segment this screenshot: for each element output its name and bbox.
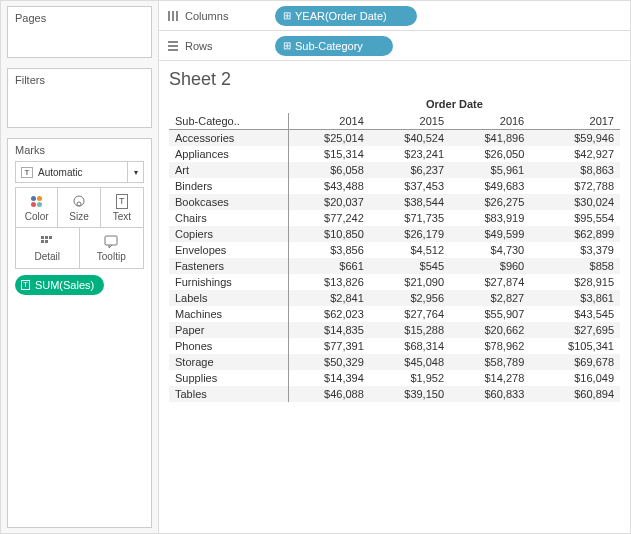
pages-shelf[interactable]: Pages bbox=[7, 6, 152, 58]
data-cell[interactable]: $4,512 bbox=[370, 242, 450, 258]
color-button[interactable]: Color bbox=[16, 188, 58, 228]
data-cell[interactable]: $55,907 bbox=[450, 306, 530, 322]
row-header[interactable]: Furnishings bbox=[169, 274, 289, 290]
data-cell[interactable]: $20,662 bbox=[450, 322, 530, 338]
data-cell[interactable]: $41,896 bbox=[450, 130, 530, 147]
data-cell[interactable]: $10,850 bbox=[289, 226, 370, 242]
row-header[interactable]: Paper bbox=[169, 322, 289, 338]
row-header[interactable]: Tables bbox=[169, 386, 289, 402]
data-cell[interactable]: $105,341 bbox=[530, 338, 620, 354]
data-cell[interactable]: $62,023 bbox=[289, 306, 370, 322]
data-cell[interactable]: $13,826 bbox=[289, 274, 370, 290]
data-cell[interactable]: $26,050 bbox=[450, 146, 530, 162]
data-cell[interactable]: $15,288 bbox=[370, 322, 450, 338]
data-cell[interactable]: $6,058 bbox=[289, 162, 370, 178]
data-cell[interactable]: $2,956 bbox=[370, 290, 450, 306]
tooltip-button[interactable]: Tooltip bbox=[80, 228, 144, 268]
data-cell[interactable]: $45,048 bbox=[370, 354, 450, 370]
column-header[interactable]: 2014 bbox=[289, 113, 370, 130]
data-cell[interactable]: $661 bbox=[289, 258, 370, 274]
mark-type-dropdown[interactable]: T Automatic ▾ bbox=[15, 161, 144, 183]
data-cell[interactable]: $6,237 bbox=[370, 162, 450, 178]
data-cell[interactable]: $8,863 bbox=[530, 162, 620, 178]
row-header[interactable]: Phones bbox=[169, 338, 289, 354]
data-cell[interactable]: $50,329 bbox=[289, 354, 370, 370]
data-cell[interactable]: $5,961 bbox=[450, 162, 530, 178]
data-cell[interactable]: $27,695 bbox=[530, 322, 620, 338]
data-cell[interactable]: $26,275 bbox=[450, 194, 530, 210]
column-header[interactable]: 2015 bbox=[370, 113, 450, 130]
columns-pill[interactable]: ⊞ YEAR(Order Date) bbox=[275, 6, 417, 26]
data-cell[interactable]: $43,488 bbox=[289, 178, 370, 194]
rows-shelf[interactable]: Rows ⊞ Sub-Category bbox=[159, 31, 630, 61]
data-cell[interactable]: $25,014 bbox=[289, 130, 370, 147]
data-cell[interactable]: $23,241 bbox=[370, 146, 450, 162]
sheet-title[interactable]: Sheet 2 bbox=[169, 69, 620, 90]
column-header[interactable]: 2017 bbox=[530, 113, 620, 130]
data-cell[interactable]: $4,730 bbox=[450, 242, 530, 258]
data-cell[interactable]: $960 bbox=[450, 258, 530, 274]
row-header[interactable]: Storage bbox=[169, 354, 289, 370]
data-cell[interactable]: $3,861 bbox=[530, 290, 620, 306]
data-cell[interactable]: $545 bbox=[370, 258, 450, 274]
row-header[interactable]: Binders bbox=[169, 178, 289, 194]
data-cell[interactable]: $14,835 bbox=[289, 322, 370, 338]
data-cell[interactable]: $37,453 bbox=[370, 178, 450, 194]
row-header[interactable]: Bookcases bbox=[169, 194, 289, 210]
data-cell[interactable]: $38,544 bbox=[370, 194, 450, 210]
data-cell[interactable]: $71,735 bbox=[370, 210, 450, 226]
size-button[interactable]: Size bbox=[58, 188, 100, 228]
row-header[interactable]: Machines bbox=[169, 306, 289, 322]
data-cell[interactable]: $46,088 bbox=[289, 386, 370, 402]
data-cell[interactable]: $72,788 bbox=[530, 178, 620, 194]
data-cell[interactable]: $78,962 bbox=[450, 338, 530, 354]
data-cell[interactable]: $15,314 bbox=[289, 146, 370, 162]
data-cell[interactable]: $858 bbox=[530, 258, 620, 274]
data-cell[interactable]: $49,599 bbox=[450, 226, 530, 242]
data-cell[interactable]: $68,314 bbox=[370, 338, 450, 354]
detail-button[interactable]: Detail bbox=[16, 228, 80, 268]
data-cell[interactable]: $2,827 bbox=[450, 290, 530, 306]
data-cell[interactable]: $77,391 bbox=[289, 338, 370, 354]
row-dimension-header[interactable]: Sub-Catego.. bbox=[169, 113, 289, 130]
data-cell[interactable]: $62,899 bbox=[530, 226, 620, 242]
row-header[interactable]: Supplies bbox=[169, 370, 289, 386]
data-cell[interactable]: $2,841 bbox=[289, 290, 370, 306]
data-cell[interactable]: $69,678 bbox=[530, 354, 620, 370]
data-cell[interactable]: $49,683 bbox=[450, 178, 530, 194]
data-cell[interactable]: $3,856 bbox=[289, 242, 370, 258]
data-cell[interactable]: $26,179 bbox=[370, 226, 450, 242]
data-cell[interactable]: $77,242 bbox=[289, 210, 370, 226]
data-cell[interactable]: $30,024 bbox=[530, 194, 620, 210]
data-cell[interactable]: $39,150 bbox=[370, 386, 450, 402]
row-header[interactable]: Labels bbox=[169, 290, 289, 306]
data-cell[interactable]: $16,049 bbox=[530, 370, 620, 386]
data-cell[interactable]: $20,037 bbox=[289, 194, 370, 210]
row-header[interactable]: Copiers bbox=[169, 226, 289, 242]
data-cell[interactable]: $27,874 bbox=[450, 274, 530, 290]
data-cell[interactable]: $14,394 bbox=[289, 370, 370, 386]
data-cell[interactable]: $21,090 bbox=[370, 274, 450, 290]
text-button[interactable]: T Text bbox=[101, 188, 143, 228]
rows-pill[interactable]: ⊞ Sub-Category bbox=[275, 36, 393, 56]
row-header[interactable]: Accessories bbox=[169, 130, 289, 147]
measure-pill[interactable]: T SUM(Sales) bbox=[15, 275, 104, 295]
column-header[interactable]: 2016 bbox=[450, 113, 530, 130]
data-cell[interactable]: $42,927 bbox=[530, 146, 620, 162]
data-cell[interactable]: $58,789 bbox=[450, 354, 530, 370]
row-header[interactable]: Chairs bbox=[169, 210, 289, 226]
data-cell[interactable]: $83,919 bbox=[450, 210, 530, 226]
data-cell[interactable]: $14,278 bbox=[450, 370, 530, 386]
data-cell[interactable]: $1,952 bbox=[370, 370, 450, 386]
data-cell[interactable]: $27,764 bbox=[370, 306, 450, 322]
data-cell[interactable]: $40,524 bbox=[370, 130, 450, 147]
data-cell[interactable]: $28,915 bbox=[530, 274, 620, 290]
row-header[interactable]: Envelopes bbox=[169, 242, 289, 258]
filters-shelf[interactable]: Filters bbox=[7, 68, 152, 128]
data-cell[interactable]: $3,379 bbox=[530, 242, 620, 258]
data-cell[interactable]: $43,545 bbox=[530, 306, 620, 322]
data-cell[interactable]: $60,833 bbox=[450, 386, 530, 402]
row-header[interactable]: Art bbox=[169, 162, 289, 178]
row-header[interactable]: Appliances bbox=[169, 146, 289, 162]
data-cell[interactable]: $95,554 bbox=[530, 210, 620, 226]
